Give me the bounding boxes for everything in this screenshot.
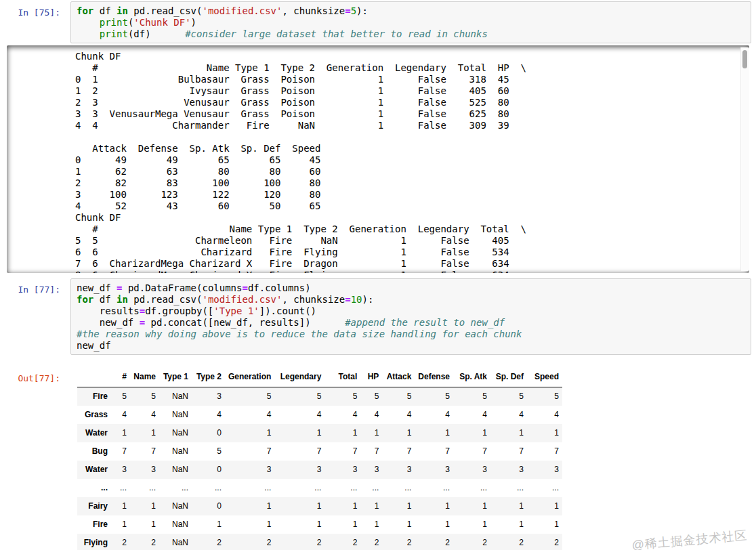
table-cell: 3: [130, 461, 159, 479]
index-corner-cell: [77, 369, 111, 387]
table-cell: 3: [415, 461, 453, 479]
code-line: new_df: [77, 340, 745, 352]
code-editor-75[interactable]: for df in pd.read_csv('modified.csv', ch…: [70, 1, 751, 43]
column-header: Defense: [415, 369, 453, 387]
table-cell: 1: [324, 515, 360, 534]
table-row: Bug77NaN5777777777: [77, 442, 562, 461]
table-row: Fire55NaN3555555555: [77, 387, 562, 406]
code-cell-75: In [75]: for df in pd.read_csv('modified…: [0, 1, 756, 273]
table-cell: 3: [111, 461, 130, 479]
table-cell: 5: [453, 387, 490, 406]
row-index-cell: Bug: [77, 442, 111, 461]
table-cell: 1: [274, 515, 324, 534]
table-cell: 3: [360, 461, 382, 479]
table-cell: 1: [130, 515, 159, 534]
table-cell: 4: [382, 406, 415, 424]
table-cell: NaN: [159, 461, 192, 479]
column-header: Sp. Atk: [453, 369, 490, 387]
scrollbar-thumb[interactable]: [742, 50, 747, 68]
column-header: Legendary: [274, 369, 324, 387]
table-cell: 1: [360, 424, 382, 442]
table-cell: ...: [527, 479, 562, 497]
output-prompt-77: Out[77]:: [0, 369, 70, 383]
table-cell: 5: [130, 387, 159, 406]
table-cell: 1: [490, 497, 527, 515]
input-prompt-75: In [75]:: [0, 1, 70, 18]
notebook: In [75]: for df in pd.read_csv('modified…: [0, 0, 756, 550]
table-cell: 3: [382, 461, 415, 479]
table-cell: 4: [225, 406, 274, 424]
table-cell: NaN: [159, 442, 192, 461]
table-cell: 2: [111, 534, 130, 550]
column-header: HP: [360, 369, 382, 387]
table-row: Fairy11NaN0111111111: [77, 497, 562, 515]
row-index-cell: Water: [77, 424, 111, 442]
table-cell: ...: [130, 479, 159, 497]
column-header: Total: [324, 369, 360, 387]
vertical-scrollbar[interactable]: [740, 47, 749, 271]
table-cell: ...: [225, 479, 274, 497]
table-cell: 1: [415, 497, 453, 515]
table-row: Grass44NaN4444444444: [77, 406, 562, 424]
table-cell: 1: [382, 424, 415, 442]
table-cell: 5: [360, 387, 382, 406]
table-cell: 1: [111, 497, 130, 515]
row-index-cell: Fire: [77, 387, 111, 406]
table-cell: 2: [274, 534, 324, 550]
output-scroll-area-75[interactable]: Chunk DF # Name Type 1 Type 2 Generation…: [7, 45, 749, 273]
table-cell: 2: [324, 534, 360, 550]
table-row: ........................................…: [77, 479, 562, 497]
table-cell: NaN: [159, 515, 192, 534]
table-cell: 7: [274, 442, 324, 461]
stdout-text: Chunk DF # Name Type 1 Type 2 Generation…: [7, 45, 749, 273]
table-cell: NaN: [159, 406, 192, 424]
table-cell: 1: [225, 424, 274, 442]
table-cell: 4: [274, 406, 324, 424]
output-area-77: Out[77]: #NameType 1Type 2GenerationLege…: [0, 369, 756, 550]
column-header: Type 2: [192, 369, 225, 387]
table-cell: 2: [130, 534, 159, 550]
table-cell: 7: [225, 442, 274, 461]
table-cell: 1: [415, 515, 453, 534]
table-row: Fire11NaN1111111111: [77, 515, 562, 534]
table-cell: 4: [527, 406, 562, 424]
table-cell: ...: [274, 479, 324, 497]
row-index-cell: Flying: [77, 534, 111, 550]
table-cell: 1: [130, 497, 159, 515]
table-cell: 5: [415, 387, 453, 406]
code-line: #the reason why doing above is to reduce…: [77, 329, 745, 340]
code-editor-77[interactable]: new_df = pd.DataFrame(columns=df.columns…: [70, 278, 751, 355]
table-cell: 7: [111, 442, 130, 461]
table-cell: 1: [111, 515, 130, 534]
table-cell: ...: [453, 479, 490, 497]
table-cell: 7: [490, 442, 527, 461]
table-cell: ...: [490, 479, 527, 497]
table-cell: ...: [111, 479, 130, 497]
table-cell: 3: [324, 461, 360, 479]
code-line: for df in pd.read_csv('modified.csv', ch…: [77, 5, 745, 17]
table-cell: 4: [415, 406, 453, 424]
table-cell: 1: [360, 515, 382, 534]
table-cell: 1: [192, 515, 225, 534]
table-cell: 1: [527, 424, 562, 442]
table-cell: 5: [527, 387, 562, 406]
table-cell: ...: [415, 479, 453, 497]
table-cell: 7: [527, 442, 562, 461]
table-cell: ...: [382, 479, 415, 497]
table-cell: 3: [274, 461, 324, 479]
code-lines-75: for df in pd.read_csv('modified.csv', ch…: [77, 5, 745, 40]
table-cell: 4: [192, 406, 225, 424]
table-cell: 1: [225, 515, 274, 534]
table-cell: 1: [382, 497, 415, 515]
table-cell: 2: [382, 534, 415, 550]
table-cell: 1: [527, 515, 562, 534]
row-index-cell: Grass: [77, 406, 111, 424]
code-line: print('Chunk DF'): [77, 17, 745, 28]
table-cell: 5: [274, 387, 324, 406]
table-header-row: #NameType 1Type 2GenerationLegendaryTota…: [77, 369, 562, 387]
table-cell: 3: [527, 461, 562, 479]
table-cell: 5: [225, 387, 274, 406]
table-cell: 1: [415, 424, 453, 442]
table-cell: 0: [192, 497, 225, 515]
table-cell: 4: [324, 406, 360, 424]
